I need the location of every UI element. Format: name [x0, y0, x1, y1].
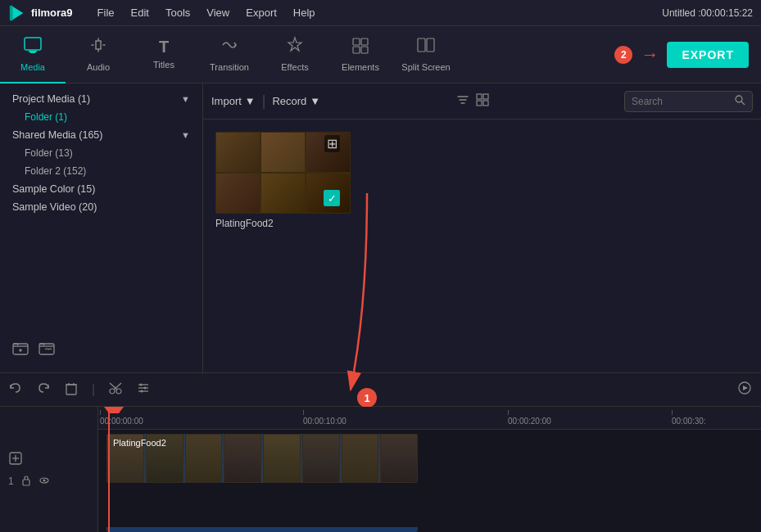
- folder-1-label: Folder (1): [25, 111, 67, 123]
- timeline-toolbar: |: [0, 373, 761, 407]
- svg-rect-1: [10, 5, 13, 20]
- svg-marker-0: [11, 5, 24, 20]
- export-area: 2 → EXPORT: [614, 42, 749, 68]
- strip-4: [224, 434, 261, 483]
- import-button[interactable]: Import ▼: [211, 95, 256, 107]
- media-item-platingfood2[interactable]: ⊞ ✓ PlatingFood2: [215, 132, 355, 229]
- grid-icon[interactable]: [476, 93, 489, 109]
- toolbar-elements[interactable]: Elements: [328, 26, 393, 83]
- chevron-shared-media: ▼: [181, 130, 190, 140]
- timeline: | 1: [0, 372, 761, 532]
- step-badge-2: 2: [614, 46, 632, 64]
- sample-video-label: Sample Video (20): [12, 201, 97, 213]
- toolbar-media[interactable]: Media: [0, 26, 66, 83]
- video-clip[interactable]: PlatingFood2: [106, 434, 418, 483]
- search-input[interactable]: [632, 96, 730, 107]
- menu-export[interactable]: Export: [246, 7, 277, 19]
- timeline-divider: |: [92, 382, 95, 397]
- chevron-project-media: ▼: [181, 94, 190, 104]
- svg-rect-25: [66, 385, 76, 394]
- toolbar-titles[interactable]: T Titles: [131, 26, 197, 83]
- grid-overlay-icon: ⊞: [324, 135, 340, 152]
- new-folder-icon[interactable]: [12, 340, 29, 359]
- project-title: Untitled :00:00:15:22: [662, 7, 753, 19]
- project-media-row[interactable]: Project Media (1) ▼: [0, 90, 202, 108]
- lock-icon[interactable]: [20, 475, 32, 489]
- undo-button[interactable]: [8, 381, 23, 399]
- elements-icon: [351, 36, 370, 59]
- svg-rect-17: [483, 94, 488, 99]
- menu-help[interactable]: Help: [293, 7, 315, 19]
- timeline-right-btn[interactable]: [736, 380, 753, 400]
- toolbar-media-label: Media: [20, 62, 45, 72]
- record-button[interactable]: Record ▼: [272, 95, 320, 107]
- ruler-mark-20: 00:00:20:00: [508, 417, 551, 426]
- svg-point-36: [140, 383, 143, 385]
- shared-media-label: Shared Media (165): [12, 129, 102, 141]
- timeline-content: 1 00:00:00:00 00:00:10:00 00:0: [0, 407, 761, 532]
- splitscreen-icon: [416, 36, 436, 59]
- add-track-icon[interactable]: [8, 451, 23, 468]
- check-overlay: ✓: [324, 190, 340, 206]
- sample-color-row[interactable]: Sample Color (15): [0, 180, 202, 198]
- toolbar-audio[interactable]: Audio: [66, 26, 131, 83]
- search-box[interactable]: [624, 91, 753, 112]
- main-toolbar: Media Audio T Titles Transition Effects …: [0, 26, 761, 83]
- strip-6: [302, 434, 340, 483]
- audio-icon: [89, 36, 107, 59]
- logo: filmora9: [8, 4, 73, 22]
- menu-edit[interactable]: Edit: [131, 7, 149, 19]
- redo-button[interactable]: [36, 381, 51, 399]
- menu-file[interactable]: File: [97, 7, 115, 19]
- svg-rect-3: [29, 51, 37, 52]
- import-label: Import: [211, 95, 242, 107]
- svg-rect-10: [418, 38, 425, 52]
- sample-color-label: Sample Color (15): [12, 183, 95, 195]
- project-media-label: Project Media (1): [12, 93, 90, 105]
- folder-2-row[interactable]: Folder 2 (152): [0, 162, 202, 180]
- svg-rect-9: [361, 47, 368, 53]
- food-cell-4: [215, 173, 260, 214]
- track-number-row: 1: [8, 475, 89, 489]
- svg-rect-8: [353, 47, 360, 53]
- toolbar-splitscreen[interactable]: Split Screen: [393, 26, 459, 83]
- track-number: 1: [8, 476, 14, 487]
- toolbar-splitscreen-label: Split Screen: [401, 62, 450, 72]
- arrow-to-export: →: [641, 44, 659, 65]
- right-panel: Import ▼ | Record ▼: [203, 83, 761, 372]
- toolbar-transition[interactable]: Transition: [197, 26, 262, 83]
- filter-icon[interactable]: [456, 93, 469, 109]
- export-button[interactable]: EXPORT: [667, 42, 749, 68]
- folder-1-row[interactable]: Folder (1): [0, 108, 202, 126]
- timeline-ctrl-add[interactable]: [8, 451, 89, 468]
- clip-label: PlatingFood2: [113, 438, 166, 448]
- playhead[interactable]: [108, 407, 110, 532]
- svg-marker-5: [288, 38, 301, 51]
- sample-video-row[interactable]: Sample Video (20): [0, 198, 202, 216]
- timeline-ruler: 00:00:00:00 00:00:10:00 00:00:20:00 00:0…: [98, 407, 761, 430]
- toolbar-elements-label: Elements: [342, 62, 379, 72]
- titles-icon: T: [159, 38, 169, 56]
- transition-icon: [220, 36, 239, 59]
- strip-3: [185, 434, 223, 483]
- menu-view[interactable]: View: [206, 7, 229, 19]
- folder-13-row[interactable]: Folder (13): [0, 144, 202, 162]
- cut-button[interactable]: [108, 381, 123, 399]
- folder-13-label: Folder (13): [25, 147, 73, 159]
- main-content: Project Media (1) ▼ Folder (1) Shared Me…: [0, 83, 761, 372]
- media-content: ⊞ ✓ PlatingFood2 1: [203, 119, 761, 372]
- svg-point-20: [736, 96, 742, 102]
- media-item-name: PlatingFood2: [215, 218, 355, 229]
- media-icon: [23, 36, 43, 59]
- eye-icon[interactable]: [39, 475, 50, 489]
- left-panel: Project Media (1) ▼ Folder (1) Shared Me…: [0, 83, 203, 372]
- toolbar-effects[interactable]: Effects: [262, 26, 328, 83]
- settings-button[interactable]: [136, 381, 151, 399]
- shared-media-row[interactable]: Shared Media (165) ▼: [0, 126, 202, 144]
- folder-link-icon[interactable]: [39, 340, 55, 359]
- toolbar-divider-1: |: [262, 92, 266, 110]
- menu-tools[interactable]: Tools: [165, 7, 190, 19]
- strip-8: [380, 434, 418, 483]
- svg-rect-11: [427, 38, 434, 52]
- delete-button[interactable]: [64, 381, 79, 399]
